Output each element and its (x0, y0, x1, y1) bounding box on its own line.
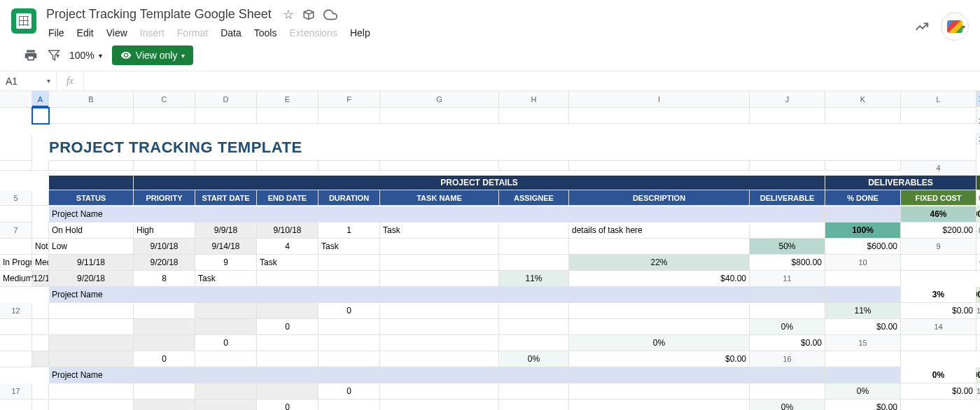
row-header[interactable]: 7 (0, 222, 32, 239)
row-header[interactable]: 13 (976, 303, 980, 319)
cost-cell[interactable]: $0.00 (901, 383, 976, 400)
col-header-f[interactable]: F (318, 91, 380, 108)
description-cell[interactable] (380, 335, 499, 351)
menu-extensions[interactable]: Extensions (284, 24, 342, 41)
cell[interactable] (976, 319, 980, 335)
cell[interactable] (569, 161, 750, 171)
menu-tools[interactable]: Tools (249, 24, 282, 41)
start-date-cell[interactable]: 9/9/18 (195, 222, 257, 239)
end-date-cell[interactable]: 9/20/18 (134, 255, 195, 271)
start-date-cell[interactable] (32, 351, 49, 367)
priority-cell[interactable] (134, 303, 195, 319)
cell[interactable] (318, 161, 380, 171)
cell[interactable] (825, 108, 901, 124)
cell[interactable] (380, 161, 499, 171)
move-icon[interactable] (302, 8, 315, 21)
col-header-j[interactable]: J (750, 91, 825, 108)
priority-cell[interactable] (49, 400, 134, 410)
description-cell[interactable] (499, 319, 569, 335)
column-header[interactable]: STATUS (49, 190, 134, 206)
filter-icon[interactable]: ▾ (48, 49, 59, 62)
row-header[interactable]: 8 (976, 222, 980, 239)
cell[interactable] (134, 108, 195, 124)
end-date-cell[interactable] (195, 400, 257, 410)
cell[interactable] (32, 161, 49, 171)
start-date-cell[interactable]: 9/10/18 (134, 239, 195, 255)
duration-cell[interactable]: 1 (318, 222, 380, 239)
name-box[interactable]: A1▾ (0, 76, 56, 87)
row-header[interactable]: 5 (0, 190, 32, 206)
task-name-cell[interactable] (257, 335, 318, 351)
description-cell[interactable] (569, 383, 750, 400)
cost-cell[interactable]: $0.00 (569, 351, 750, 367)
task-name-cell[interactable]: Task (380, 222, 499, 239)
start-date-cell[interactable] (134, 319, 195, 335)
cell[interactable] (49, 108, 134, 124)
priority-cell[interactable] (0, 351, 32, 367)
column-header[interactable]: DURATION (318, 190, 380, 206)
menu-edit[interactable]: Edit (72, 24, 99, 41)
assignee-cell[interactable] (499, 303, 569, 319)
cost-cell[interactable]: $1,640.00 (976, 206, 980, 222)
cell-a1[interactable] (32, 108, 49, 124)
assignee-cell[interactable] (257, 271, 318, 287)
duration-cell[interactable]: 0 (318, 303, 380, 319)
pct-done-cell[interactable]: 46% (901, 206, 976, 222)
assignee-cell[interactable] (380, 239, 499, 255)
column-header[interactable]: PRIORITY (134, 190, 195, 206)
cell[interactable] (0, 134, 32, 161)
col-header-g[interactable]: G (380, 91, 499, 108)
cell[interactable] (195, 161, 257, 171)
duration-cell[interactable]: 8 (134, 271, 195, 287)
priority-cell[interactable]: Low (49, 239, 134, 255)
row-header[interactable]: 3 (976, 134, 980, 144)
select-all-corner[interactable] (0, 91, 32, 108)
cell[interactable] (32, 222, 49, 239)
deliverable-cell[interactable] (569, 400, 750, 410)
row-header[interactable]: 6 (976, 190, 980, 206)
column-header[interactable]: ASSIGNEE (499, 190, 569, 206)
assignee-cell[interactable] (499, 383, 569, 400)
cell[interactable] (901, 335, 976, 351)
row-header[interactable]: 9 (901, 239, 976, 255)
deliverable-cell[interactable] (569, 319, 750, 335)
deliverable-cell[interactable] (499, 255, 569, 271)
assignee-cell[interactable] (380, 319, 499, 335)
col-header-i[interactable]: I (569, 91, 750, 108)
col-header-a[interactable]: A (32, 91, 49, 108)
end-date-cell[interactable]: 9/20/18 (49, 271, 134, 287)
duration-cell[interactable]: 0 (318, 383, 380, 400)
task-name-cell[interactable]: Task (318, 239, 380, 255)
cost-cell[interactable]: $0.00 (976, 287, 980, 303)
row-header[interactable]: 17 (0, 383, 32, 400)
pct-done-cell[interactable]: 0% (901, 367, 976, 383)
row-header[interactable]: 11 (750, 271, 825, 287)
cell[interactable] (825, 161, 901, 171)
end-date-cell[interactable]: 9/14/18 (195, 239, 257, 255)
assignee-cell[interactable] (318, 255, 380, 271)
deliverable-cell[interactable] (380, 351, 499, 367)
group-header-deliverables[interactable]: DELIVERABLES (825, 176, 976, 190)
col-header-b[interactable]: B (49, 91, 134, 108)
cell[interactable] (569, 108, 750, 124)
cell[interactable] (499, 161, 569, 171)
priority-cell[interactable] (32, 335, 49, 351)
col-header-e[interactable]: E (257, 91, 318, 108)
menu-view[interactable]: View (102, 24, 132, 41)
priority-cell[interactable]: Medium (32, 255, 49, 271)
start-date-cell[interactable] (195, 383, 257, 400)
deliverable-cell[interactable] (750, 222, 825, 239)
status-cell[interactable] (49, 383, 134, 400)
meet-button[interactable]: ▾ (941, 13, 969, 41)
cell[interactable] (0, 161, 32, 171)
description-cell[interactable] (318, 351, 380, 367)
deliverable-cell[interactable] (499, 335, 569, 351)
column-header[interactable]: START DATE (195, 190, 257, 206)
cell[interactable] (0, 206, 32, 222)
cell[interactable] (32, 383, 49, 400)
cell[interactable] (825, 271, 901, 287)
task-name-cell[interactable] (380, 383, 499, 400)
deliverable-cell[interactable] (569, 239, 750, 255)
cell[interactable] (825, 367, 901, 383)
pct-done-cell[interactable]: 50% (750, 239, 825, 255)
